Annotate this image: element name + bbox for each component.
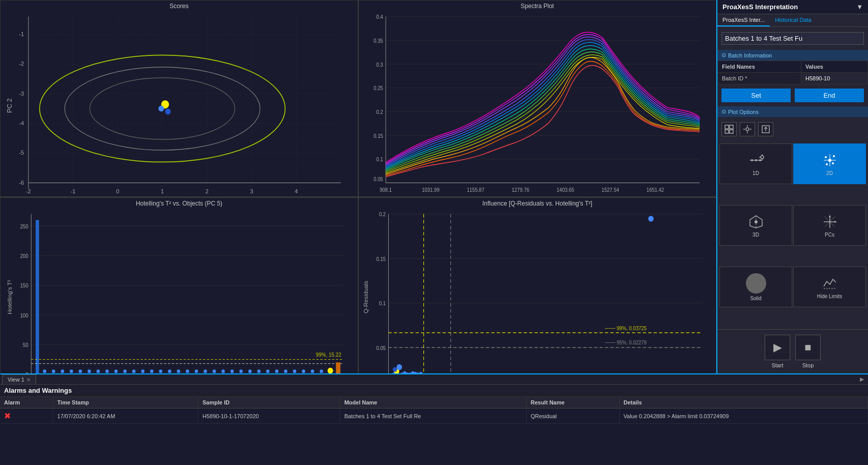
svg-point-103 <box>248 369 252 373</box>
col-result-name: Result Name <box>526 397 619 409</box>
start-label: Start <box>771 362 783 368</box>
view-btn-3d[interactable]: 3D <box>719 205 792 246</box>
batch-name-input[interactable] <box>721 32 864 45</box>
svg-text:100: 100 <box>20 312 28 318</box>
svg-point-136 <box>396 364 402 370</box>
svg-text:0.2: 0.2 <box>379 212 386 217</box>
svg-point-18 <box>165 108 171 114</box>
svg-text:1: 1 <box>161 188 164 194</box>
view-btn-hide-limits[interactable]: Hide Limits <box>793 267 866 307</box>
svg-text:0.15: 0.15 <box>373 133 383 138</box>
svg-point-104 <box>257 369 261 373</box>
scores-plot: Scores <box>0 0 358 197</box>
svg-point-110 <box>311 369 314 373</box>
view-btn-2d-label: 2D <box>826 170 833 176</box>
svg-text:-2: -2 <box>26 188 31 194</box>
svg-text:1527.54: 1527.54 <box>601 187 619 192</box>
svg-text:0.1: 0.1 <box>379 301 386 306</box>
svg-rect-123 <box>359 208 716 373</box>
view-btn-solid[interactable]: Solid <box>719 267 792 307</box>
svg-text:0.35: 0.35 <box>373 38 383 44</box>
set-button[interactable]: Set <box>721 89 791 102</box>
svg-point-96 <box>186 369 189 373</box>
svg-text:908.1: 908.1 <box>380 187 392 192</box>
plot-options-icons <box>721 120 864 138</box>
batch-id-row: Batch ID * H5890-10 <box>718 73 868 84</box>
svg-text:3: 3 <box>250 188 253 194</box>
stop-label: Stop <box>802 362 814 368</box>
svg-point-109 <box>302 369 305 373</box>
alarms-header-row: Alarm Time Stamp Sample ID Model Name Re… <box>0 397 868 409</box>
svg-text:1403.65: 1403.65 <box>557 187 574 192</box>
svg-point-83 <box>70 369 73 373</box>
svg-point-80 <box>43 369 46 373</box>
plot-icon-grid[interactable] <box>721 122 737 136</box>
tab-proaxess-inter[interactable]: ProaXesS Inter... <box>717 14 770 26</box>
svg-point-98 <box>204 369 207 373</box>
col-details: Details <box>619 397 868 409</box>
chevron-up-icon: ⊙ <box>721 52 726 59</box>
svg-point-183 <box>832 162 834 164</box>
svg-text:PC 2: PC 2 <box>6 98 13 113</box>
svg-text:4: 4 <box>295 188 298 194</box>
batch-info-label: Batch Information <box>728 52 772 59</box>
svg-point-87 <box>105 369 109 373</box>
batch-id-label: Batch ID * <box>718 73 801 84</box>
svg-text:1279.76: 1279.76 <box>512 187 530 192</box>
sample-id-cell: H5890-10-1-17072020 <box>198 409 340 424</box>
batch-id-value: H5890-10 <box>801 73 868 84</box>
scores-title: Scores <box>1 1 358 11</box>
svg-point-172 <box>751 159 753 161</box>
svg-point-101 <box>230 369 234 373</box>
dropdown-icon[interactable]: ▼ <box>856 3 863 11</box>
svg-marker-193 <box>829 215 831 217</box>
right-panel: ProaXesS Interpretation ▼ ProaXesS Inter… <box>716 0 868 373</box>
svg-point-91 <box>141 369 144 373</box>
svg-marker-194 <box>834 221 837 223</box>
stop-icon: ■ <box>795 335 821 360</box>
svg-point-134 <box>648 216 654 222</box>
chevron-up-icon-2: ⊙ <box>721 108 726 115</box>
view-btn-2d[interactable]: 2D <box>793 143 866 184</box>
svg-rect-167 <box>730 130 733 133</box>
svg-text:1651.42: 1651.42 <box>647 187 664 192</box>
svg-text:2: 2 <box>206 188 209 194</box>
svg-point-82 <box>61 369 64 373</box>
rp-tabs: ProaXesS Inter... Historical Data <box>717 14 868 27</box>
svg-point-97 <box>195 369 198 373</box>
svg-point-86 <box>97 369 100 373</box>
plot-icon-settings[interactable] <box>740 122 755 136</box>
stop-button[interactable]: ■ Stop <box>795 335 821 368</box>
svg-point-168 <box>746 128 749 131</box>
end-button[interactable]: End <box>795 89 864 102</box>
view1-tab-label: View 1 <box>8 376 24 383</box>
svg-point-107 <box>284 369 287 373</box>
view-btn-3d-label: 3D <box>753 232 759 238</box>
batch-info-header[interactable]: ⊙ Batch Information <box>717 50 868 61</box>
rp-title: ProaXesS Interpretation ▼ <box>722 3 863 11</box>
svg-text:0.05: 0.05 <box>377 345 386 351</box>
bottom-tabs: View 1 ✕ ▶ <box>0 374 868 385</box>
svg-text:0: 0 <box>116 188 119 194</box>
view-btn-1d[interactable]: 1D <box>719 143 792 184</box>
svg-point-111 <box>320 369 323 373</box>
svg-point-108 <box>293 369 297 373</box>
plot-icon-export[interactable] <box>758 122 773 136</box>
svg-text:-2: -2 <box>19 61 24 67</box>
svg-text:250: 250 <box>20 223 28 229</box>
view1-tab-close[interactable]: ✕ <box>26 377 31 383</box>
svg-rect-165 <box>730 125 733 129</box>
svg-text:PC 1: PC 1 <box>178 196 192 197</box>
svg-point-94 <box>168 369 171 373</box>
view1-tab[interactable]: View 1 ✕ <box>2 374 36 384</box>
rp-header: ProaXesS Interpretation ▼ <box>717 0 868 14</box>
svg-point-173 <box>755 159 757 161</box>
timestamp-cell: 17/07/2020 6:20:42 AM <box>53 409 198 424</box>
alarm-error-icon: ✖ <box>4 412 11 420</box>
svg-text:-1: -1 <box>19 31 24 37</box>
plot-options-header[interactable]: ⊙ Plot Options <box>717 106 868 117</box>
svg-rect-62 <box>1 208 358 373</box>
tab-historical-data[interactable]: Historical Data <box>770 14 817 26</box>
view-btn-pcs[interactable]: PCs <box>793 205 866 246</box>
start-button[interactable]: ▶ Start <box>765 335 790 368</box>
